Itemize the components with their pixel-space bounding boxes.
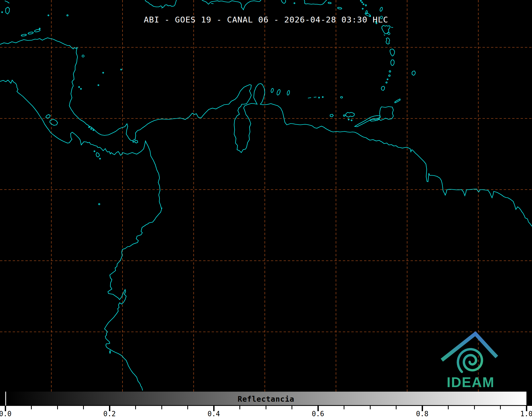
- island-coiba: [96, 153, 99, 157]
- colorbar-minor-tick: [135, 406, 136, 409]
- islet-hispaniola-cays: [211, 3, 213, 4]
- islet-dot: [360, 0, 361, 1]
- colorbar-minor-tick: [266, 406, 266, 409]
- island-bay-islands-2: [34, 29, 40, 32]
- island-los-roques: [319, 97, 320, 98]
- colorbar-tick-label: 0.8: [412, 410, 433, 417]
- colorbar-minor-tick: [370, 406, 371, 409]
- island-las-aves: [308, 97, 316, 98]
- island-pearl: [135, 140, 138, 143]
- island-top-left-fragments: [5, 1, 10, 14]
- islet-ring: [388, 33, 390, 35]
- island-barbados: [412, 71, 415, 75]
- colorbar-tick-label: 0.6: [307, 410, 329, 417]
- coastline-pacific-mainland: [0, 80, 162, 391]
- islet-dot: [322, 97, 323, 98]
- coastline-jamaica: [145, 0, 176, 8]
- graticule-gridlines: [0, 0, 532, 392]
- coastlines: [0, 0, 532, 391]
- satellite-image-figure: IDEAM ABI - GOES 19 - CANAL 06 - 2026-04…: [0, 0, 532, 417]
- colorbar-minor-tick: [396, 406, 397, 409]
- coastline-hispaniola: [202, 0, 261, 10]
- island-st-croix: [338, 7, 342, 10]
- colorbar-minor-tick: [474, 406, 475, 409]
- island-cubagua: [348, 119, 349, 120]
- island-la-orchila: [340, 97, 343, 98]
- island-miskito-cay: [82, 55, 84, 57]
- island-bocas: [93, 130, 94, 131]
- colorbar-tick-label: 1.0: [516, 410, 532, 417]
- island-grenada: [381, 86, 385, 90]
- island-bonaire: [287, 90, 290, 95]
- island-grenadines: [387, 79, 388, 80]
- island-aruba: [271, 88, 274, 93]
- island-peru-coastal: [110, 351, 111, 353]
- island-martinique: [386, 38, 390, 44]
- island-roatan: [21, 34, 27, 36]
- islet-dot: [133, 141, 134, 142]
- island-antigua: [380, 7, 383, 12]
- islet-dot: [39, 28, 40, 29]
- island-bocas: [91, 128, 92, 130]
- colorbar-label: Reflectancia: [0, 395, 532, 404]
- island-corn: [80, 88, 81, 89]
- islet-dash: [391, 27, 393, 28]
- colorbar-minor-tick: [448, 406, 449, 409]
- island-malpelo: [99, 204, 100, 205]
- colorbar-minor-tick: [187, 406, 188, 409]
- islet-dot: [365, 5, 367, 6]
- island-la-tortuga: [330, 114, 333, 117]
- island-san-andres: [121, 69, 122, 70]
- coastline-caribbean-mainland: [0, 38, 532, 226]
- island-margarita: [345, 112, 354, 117]
- island-st-lucia: [390, 49, 395, 56]
- colorbar-minor-tick: [161, 406, 162, 409]
- islet-dot: [363, 4, 364, 5]
- image-title: ABI - GOES 19 - CANAL 06 - 2026-04-28 03…: [0, 15, 532, 24]
- islet-dot: [343, 115, 345, 116]
- colorbar-minor-tick: [500, 406, 501, 409]
- colorbar-minor-tick: [344, 406, 344, 409]
- island-providencia: [103, 72, 104, 73]
- island-tobago: [395, 99, 400, 103]
- island-bay-islands: [28, 32, 34, 34]
- colorbar-minor-tick: [292, 406, 292, 409]
- island-coche: [351, 120, 352, 121]
- colorbar-minor-tick: [83, 406, 84, 409]
- colorbar-tick-label: 0.4: [203, 410, 224, 417]
- coastline-paria-peninsula: [355, 116, 380, 127]
- ideam-logo-text: IDEAM: [447, 374, 495, 390]
- ideam-logo: IDEAM: [442, 334, 497, 390]
- coastline-puerto-rico: [304, 0, 327, 5]
- map-svg: IDEAM: [0, 0, 532, 392]
- islet-dash: [384, 35, 385, 35]
- island-grenadines: [386, 82, 387, 83]
- island-st-vincent: [391, 60, 394, 66]
- islet-dot: [79, 86, 80, 88]
- colorbar-minor-tick: [239, 406, 240, 409]
- island-grenadines: [389, 71, 391, 72]
- colorbar-minor-tick: [57, 406, 58, 409]
- coastline-lake-nicaragua: [46, 114, 58, 125]
- island-bocas: [89, 127, 90, 128]
- coastline-mona-island: [281, 0, 286, 3]
- islet-dot: [94, 151, 95, 152]
- islet-dot: [362, 2, 363, 3]
- small-islands: [2, 0, 415, 353]
- colorbar-minor-tick: [31, 406, 32, 409]
- islet-dot: [362, 8, 363, 9]
- island-vieques: [328, 2, 331, 4]
- islet-dot: [294, 3, 295, 4]
- island-curacao: [276, 89, 281, 95]
- colorbar-tick-label: 0.2: [99, 410, 120, 417]
- islet-dot: [98, 85, 99, 86]
- colorbar-tick-label: 0.0: [0, 410, 16, 417]
- island-grenadines: [389, 75, 390, 76]
- map-area: IDEAM ABI - GOES 19 - CANAL 06 - 2026-04…: [0, 0, 532, 392]
- islet-dot: [99, 158, 101, 159]
- islet-dot: [2, 12, 3, 13]
